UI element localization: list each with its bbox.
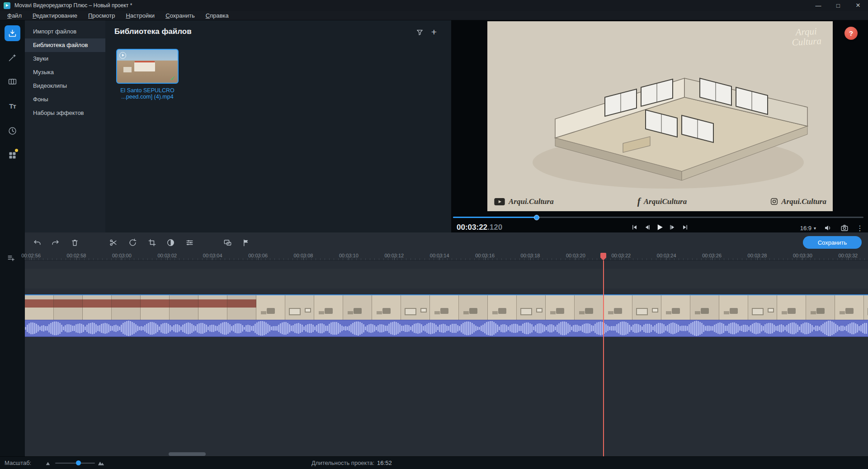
menu-view[interactable]: Просмотр bbox=[83, 11, 120, 20]
waveform-bar bbox=[74, 326, 75, 331]
previous-frame-button[interactable] bbox=[642, 222, 652, 232]
waveform-bar bbox=[448, 326, 449, 331]
waveform-bar bbox=[513, 324, 514, 333]
sidebar-item[interactable]: Видеоклипы bbox=[25, 79, 105, 93]
add-track-button[interactable] bbox=[7, 253, 16, 262]
undo-button[interactable] bbox=[32, 237, 42, 247]
waveform-bar bbox=[571, 327, 572, 330]
waveform-bar bbox=[262, 321, 263, 336]
waveform-bar bbox=[311, 324, 312, 332]
waveform-bar bbox=[432, 323, 433, 334]
waveform-bar bbox=[743, 325, 744, 332]
skip-to-start-button[interactable] bbox=[629, 222, 639, 232]
titles-section-button[interactable]: Тт bbox=[5, 98, 20, 114]
seekbar-handle[interactable] bbox=[534, 215, 539, 220]
waveform-bar bbox=[707, 326, 708, 331]
waveform-bar bbox=[531, 324, 533, 332]
split-button[interactable] bbox=[108, 237, 118, 247]
waveform-bar bbox=[683, 326, 684, 332]
titles-track-lane[interactable] bbox=[25, 269, 868, 289]
close-button[interactable]: × bbox=[848, 0, 868, 11]
ruler-tick bbox=[530, 257, 531, 260]
menu-settings[interactable]: Настройки bbox=[120, 11, 160, 20]
waveform-bar bbox=[741, 326, 742, 331]
ruler-tick bbox=[76, 257, 77, 260]
sidebar-item[interactable]: Библиотека файлов bbox=[25, 38, 105, 52]
minimize-button[interactable]: — bbox=[808, 0, 828, 11]
media-clip-name[interactable]: El Santo SEPULCRO ...peed.com] (4).mp4 bbox=[107, 87, 188, 100]
filter-icon[interactable] bbox=[414, 27, 425, 38]
help-button[interactable]: ? bbox=[844, 27, 858, 40]
filmstrip-frame bbox=[806, 295, 835, 320]
preview-seekbar[interactable] bbox=[453, 214, 863, 220]
waveform-bar bbox=[811, 325, 813, 332]
menu-save[interactable]: Сохранить bbox=[160, 11, 200, 20]
sidebar-item[interactable]: Фоны bbox=[25, 93, 105, 106]
clip-properties-button[interactable] bbox=[184, 237, 194, 247]
play-button[interactable] bbox=[655, 222, 665, 232]
waveform-bar bbox=[723, 324, 724, 333]
sidebar-item[interactable]: Музыка bbox=[25, 66, 105, 79]
waveform-bar bbox=[714, 325, 715, 332]
waveform-bar bbox=[359, 322, 361, 335]
menu-help[interactable]: Справка bbox=[200, 11, 234, 20]
zoom-in-icon[interactable] bbox=[98, 460, 105, 466]
clip-audio-waveform[interactable] bbox=[25, 320, 868, 337]
waveform-bar bbox=[703, 325, 704, 332]
waveform-bar bbox=[200, 323, 202, 334]
waveform-bar bbox=[634, 324, 636, 332]
media-clip-thumbnail[interactable]: ✓ bbox=[116, 49, 179, 84]
color-adjust-button[interactable] bbox=[165, 237, 175, 247]
redo-button[interactable] bbox=[50, 237, 60, 247]
timeline-video-clip[interactable] bbox=[25, 294, 868, 337]
waveform-bar bbox=[522, 324, 524, 332]
more-tools-section-button[interactable] bbox=[5, 147, 20, 163]
next-frame-button[interactable] bbox=[667, 222, 677, 232]
waveform-bar bbox=[387, 326, 388, 331]
waveform-bar bbox=[247, 325, 249, 332]
waveform-bar bbox=[600, 322, 601, 335]
waveform-bar bbox=[150, 322, 151, 335]
overlay-button[interactable] bbox=[222, 237, 232, 247]
waveform-bar bbox=[336, 322, 337, 334]
transitions-section-button[interactable] bbox=[5, 74, 20, 90]
zoom-slider-track[interactable] bbox=[55, 463, 95, 464]
waveform-bar bbox=[810, 324, 811, 332]
timeline-ruler[interactable]: 00:02:5600:02:5800:03:0000:03:0200:03:04… bbox=[25, 252, 868, 261]
filters-section-button[interactable] bbox=[5, 50, 20, 66]
more-options-button[interactable]: ⋮ bbox=[856, 224, 863, 232]
zoom-out-icon[interactable] bbox=[45, 460, 51, 466]
add-files-button[interactable]: + bbox=[429, 27, 439, 38]
sidebar-item[interactable]: Наборы эффектов bbox=[25, 106, 105, 120]
crop-button[interactable] bbox=[147, 237, 157, 247]
maximize-button[interactable]: □ bbox=[828, 0, 848, 11]
timeline-horizontal-scrollbar[interactable] bbox=[169, 452, 206, 456]
waveform-bar bbox=[755, 322, 757, 334]
menu-file[interactable]: Файл bbox=[2, 11, 27, 20]
waveform-bar bbox=[844, 327, 845, 330]
aspect-ratio-select[interactable]: 16:9 ▾ bbox=[800, 225, 816, 232]
playhead-line[interactable] bbox=[603, 261, 604, 456]
video-preview: Arqui Cultura Arqui.Cultura f ArquiCultu… bbox=[487, 21, 833, 211]
waveform-bar bbox=[594, 324, 596, 333]
waveform-bar bbox=[716, 324, 717, 333]
export-save-button[interactable]: Сохранить bbox=[803, 236, 862, 249]
zoom-slider-handle[interactable] bbox=[76, 460, 81, 465]
snapshot-button[interactable] bbox=[840, 223, 849, 233]
file-library-panel: Библиотека файлов + ✓ El Santo SEPULCRO … bbox=[105, 20, 451, 232]
waveform-bar bbox=[329, 324, 330, 333]
delete-button[interactable] bbox=[70, 237, 80, 247]
ruler-tick bbox=[258, 257, 259, 260]
menu-edit[interactable]: Редактирование bbox=[27, 11, 83, 20]
waveform-bar bbox=[349, 326, 350, 331]
skip-to-end-button[interactable] bbox=[680, 222, 690, 232]
rotate-button[interactable] bbox=[127, 237, 137, 247]
volume-button[interactable] bbox=[823, 223, 833, 233]
marker-button[interactable] bbox=[241, 237, 251, 247]
sidebar-item[interactable]: Импорт файлов bbox=[25, 25, 105, 38]
filmstrip-frame bbox=[719, 295, 748, 320]
sidebar-item[interactable]: Звуки bbox=[25, 52, 105, 66]
clip-filmstrip[interactable] bbox=[25, 294, 868, 320]
import-section-button[interactable] bbox=[5, 25, 20, 41]
speed-tools-section-button[interactable] bbox=[5, 123, 20, 139]
